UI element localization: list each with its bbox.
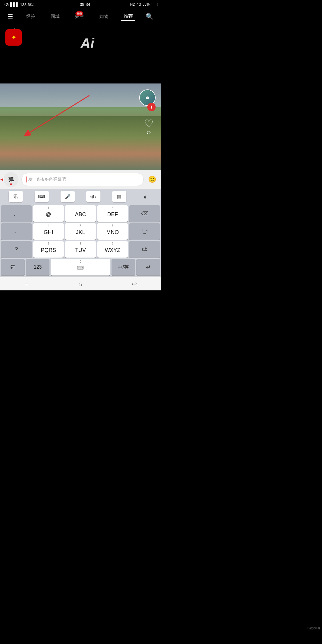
danmu-dot bbox=[10, 183, 12, 185]
key-tuv[interactable]: 8 TUV bbox=[65, 241, 96, 258]
key-7-num: 7 bbox=[33, 242, 64, 245]
toolbar-cursor-button[interactable]: ◁I▷ bbox=[86, 191, 100, 202]
key-wxyz-letter: WXYZ bbox=[105, 247, 120, 253]
nav-badge-live: 直播 bbox=[75, 11, 83, 16]
keyboard: 、 1 @ 2 ABC 3 DEF ⌫ 。 4 GHI 5 JKL bbox=[0, 204, 161, 277]
toolbar-collapse-icon: ∨ bbox=[143, 193, 147, 200]
key-space-icon: ⌨ bbox=[77, 265, 84, 271]
emoji-button[interactable]: 🙂 bbox=[147, 174, 157, 185]
key-jkl[interactable]: 5 JKL bbox=[65, 223, 96, 240]
nav-bar: ☰ 经验 同城 直播 关注 购物 推荐 🔍 bbox=[0, 9, 161, 24]
key-at-letter: @ bbox=[46, 211, 51, 218]
dots: ··· bbox=[37, 2, 40, 7]
backspace-icon: ⌫ bbox=[141, 210, 148, 217]
key-mno-letter: MNO bbox=[106, 229, 119, 236]
key-period[interactable]: 。 bbox=[1, 223, 32, 240]
key-jkl-letter: JKL bbox=[76, 229, 85, 236]
key-ghi-letter: GHI bbox=[44, 229, 53, 236]
toolbar-clip-button[interactable]: ▤ bbox=[112, 191, 126, 202]
key-ab-sym: ab bbox=[142, 247, 147, 252]
key-5-num: 5 bbox=[65, 225, 96, 227]
key-abc-letter: ABC bbox=[75, 211, 86, 218]
key-comma-sym: 、 bbox=[13, 210, 19, 218]
key-wxyz[interactable]: 9 WXYZ bbox=[97, 241, 128, 258]
battery-icon bbox=[151, 3, 157, 6]
key-123-label: 123 bbox=[34, 264, 42, 270]
key-lang[interactable]: 中/英 bbox=[112, 259, 135, 275]
key-3-num: 3 bbox=[97, 207, 128, 210]
search-icon[interactable]: 🔍 bbox=[146, 13, 153, 20]
key-emoticon[interactable]: ^_^ bbox=[129, 223, 160, 240]
red-packet-icon: ✦ bbox=[11, 34, 16, 41]
key-tuv-letter: TUV bbox=[75, 247, 86, 253]
signal-text: 4G bbox=[4, 2, 9, 7]
network-label: 4G bbox=[137, 2, 141, 7]
heart-icon: ♡ bbox=[144, 117, 154, 130]
key-abc[interactable]: 2 ABC bbox=[65, 205, 96, 222]
key-comma[interactable]: 、 bbox=[1, 205, 32, 222]
key-lang-label: 中/英 bbox=[118, 264, 129, 270]
menu-icon[interactable]: ☰ bbox=[8, 13, 13, 20]
video-top-area: × ✦ Ai bbox=[0, 24, 161, 83]
nav-menu-button[interactable]: ≡ bbox=[18, 278, 36, 289]
status-bar: 4G ▋▋▋ 138.6K/s ··· 09:34 HD 4G 55% bbox=[0, 0, 161, 9]
bottom-nav: ≡ ⌂ ↩ bbox=[0, 277, 161, 290]
key-pqrs[interactable]: 7 PQRS bbox=[33, 241, 64, 258]
toolbar-keyboard-button[interactable]: ⌨ bbox=[35, 191, 49, 202]
battery-percent: 55% bbox=[143, 2, 150, 7]
signal-bars: ▋▋▋ bbox=[10, 2, 19, 7]
key-def[interactable]: 3 DEF bbox=[97, 205, 128, 222]
key-ghi[interactable]: 4 GHI bbox=[33, 223, 64, 240]
follow-plus-button[interactable]: + bbox=[147, 103, 156, 111]
keyboard-row-2: 。 4 GHI 5 JKL 6 MNO ^_^ bbox=[1, 223, 160, 240]
toolbar-mic-button[interactable]: 🎤 bbox=[61, 191, 75, 202]
toolbar-xun-button[interactable]: 讯 bbox=[9, 191, 23, 202]
toolbar-collapse-button[interactable]: ∨ bbox=[138, 191, 152, 202]
scene-ground bbox=[0, 116, 161, 170]
toolbar-clip-icon: ▤ bbox=[117, 194, 121, 199]
key-backspace[interactable]: ⌫ bbox=[129, 205, 160, 222]
keyboard-row-4: 符 123 0 ⌨ 中/英 ↵ bbox=[1, 259, 160, 275]
key-period-sym: 。 bbox=[14, 229, 18, 234]
nav-menu-icon: ≡ bbox=[25, 281, 29, 287]
key-def-letter: DEF bbox=[107, 211, 118, 218]
nav-item-experience[interactable]: 经验 bbox=[24, 13, 38, 21]
nav-home-button[interactable]: ⌂ bbox=[72, 278, 89, 289]
red-packet-button[interactable]: ✦ bbox=[5, 29, 22, 46]
nav-back-button[interactable]: ↩ bbox=[125, 278, 143, 289]
key-mno[interactable]: 6 MNO bbox=[97, 223, 128, 240]
comment-bar: 弹 ◄ 发一条友好的弹幕吧 🙂 bbox=[0, 170, 161, 189]
danmu-toggle-button[interactable]: 弹 ◄ bbox=[4, 172, 18, 187]
key-question-sym: ？ bbox=[13, 245, 19, 253]
toolbar-cursor-icon: ◁I▷ bbox=[90, 194, 97, 199]
nav-item-recommend[interactable]: 推荐 bbox=[121, 12, 135, 21]
keyboard-row-3: ？ 7 PQRS 8 TUV 9 WXYZ ab bbox=[1, 241, 160, 258]
key-at[interactable]: 1 @ bbox=[33, 205, 64, 222]
hd-label: HD bbox=[130, 2, 135, 7]
key-9-num: 9 bbox=[97, 242, 128, 245]
comment-placeholder: 发一条友好的弹幕吧 bbox=[28, 177, 66, 182]
key-enter[interactable]: ↵ bbox=[136, 259, 160, 275]
nav-item-local[interactable]: 同城 bbox=[48, 13, 62, 21]
ai-label: Ai bbox=[80, 35, 94, 51]
comment-input-wrap[interactable]: 发一条友好的弹幕吧 bbox=[21, 173, 144, 186]
status-left: 4G ▋▋▋ 138.6K/s ··· bbox=[4, 2, 40, 7]
text-cursor bbox=[26, 177, 27, 182]
nav-item-follow[interactable]: 直播 关注 bbox=[72, 13, 86, 21]
nav-item-shop[interactable]: 购物 bbox=[97, 13, 111, 21]
key-space[interactable]: 0 ⌨ bbox=[51, 259, 110, 275]
key-symbol-label: 符 bbox=[10, 264, 15, 270]
like-button[interactable]: ♡ 79 bbox=[140, 118, 157, 134]
key-question[interactable]: ？ bbox=[1, 241, 32, 258]
key-symbol[interactable]: 符 bbox=[1, 259, 25, 275]
key-1-num: 1 bbox=[33, 207, 64, 210]
nav-home-icon: ⌂ bbox=[79, 281, 82, 287]
toolbar-xun-icon: 讯 bbox=[13, 193, 18, 200]
keyboard-toolbar: 讯 ⌨ 🎤 ◁I▷ ▤ ∨ bbox=[0, 189, 161, 204]
key-8-num: 8 bbox=[65, 242, 96, 245]
speed-text: 138.6K/s bbox=[20, 2, 35, 7]
key-pqrs-letter: PQRS bbox=[41, 247, 56, 253]
key-ab[interactable]: ab bbox=[129, 241, 160, 258]
emoji-icon: 🙂 bbox=[148, 176, 156, 183]
key-123[interactable]: 123 bbox=[26, 259, 50, 275]
